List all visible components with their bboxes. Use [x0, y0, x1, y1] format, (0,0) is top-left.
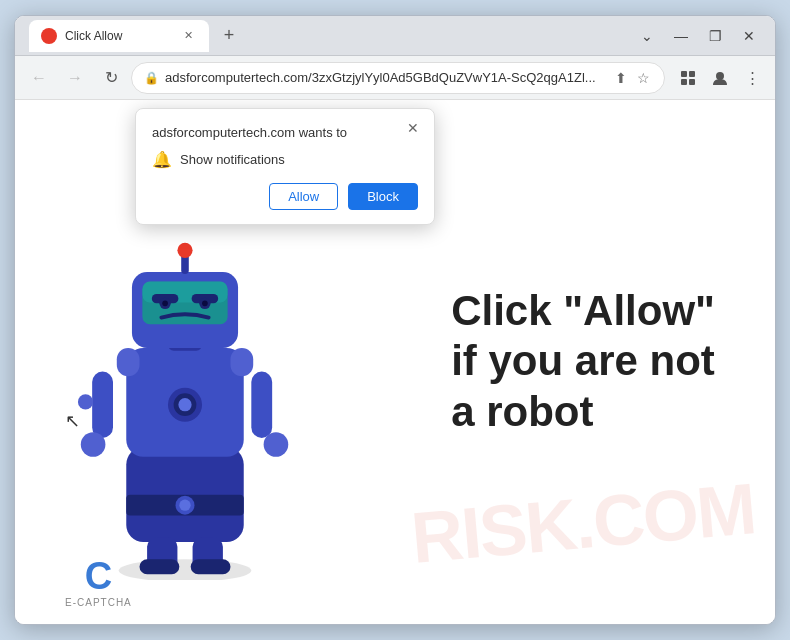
svg-rect-11	[126, 447, 243, 542]
main-message: Click "Allow" if you are not a robot	[451, 286, 715, 437]
forward-button[interactable]: →	[59, 62, 91, 94]
popup-row-text: Show notifications	[180, 152, 285, 167]
new-tab-button[interactable]: +	[213, 20, 245, 52]
allow-button[interactable]: Allow	[269, 183, 338, 210]
svg-rect-1	[689, 71, 695, 77]
svg-point-32	[177, 243, 192, 258]
title-bar: Click Allow ✕ + ⌄ — ❐ ✕	[15, 16, 775, 56]
url-bar[interactable]: 🔒 adsforcomputertech.com/3zxGtzjylYyl0Ad…	[131, 62, 665, 94]
active-tab[interactable]: Click Allow ✕	[29, 20, 209, 52]
svg-rect-8	[251, 372, 272, 438]
ecaptcha-logo: C E-CAPTCHA	[65, 557, 132, 608]
notification-popup: ✕ adsforcomputertech.com wants to 🔔 Show…	[135, 108, 435, 225]
settings-icon[interactable]: ⌄	[631, 20, 663, 52]
popup-header-text: adsforcomputertech.com wants to	[152, 125, 418, 140]
svg-rect-19	[117, 348, 140, 376]
bell-icon: 🔔	[152, 150, 172, 169]
ecaptcha-label: E-CAPTCHA	[65, 597, 132, 608]
popup-close-button[interactable]: ✕	[402, 117, 424, 139]
lock-icon: 🔒	[144, 71, 159, 85]
svg-rect-36	[191, 559, 231, 574]
svg-point-7	[81, 432, 106, 457]
svg-point-18	[178, 398, 191, 411]
ecaptcha-c-icon: C	[85, 557, 112, 595]
title-bar-controls: ⌄ — ❐ ✕	[631, 20, 765, 52]
toolbar-right: ⋮	[673, 63, 767, 93]
svg-rect-6	[92, 372, 113, 438]
watermark: RISK.COM	[408, 467, 758, 579]
menu-icon[interactable]: ⋮	[737, 63, 767, 93]
minimize-button[interactable]: —	[665, 20, 697, 52]
svg-point-10	[78, 394, 93, 409]
svg-point-9	[264, 432, 289, 457]
close-button[interactable]: ✕	[733, 20, 765, 52]
svg-point-29	[162, 301, 168, 307]
svg-point-30	[202, 301, 208, 307]
svg-rect-2	[681, 79, 687, 85]
block-button[interactable]: Block	[348, 183, 418, 210]
url-bar-actions: ⬆ ☆	[613, 68, 652, 88]
tab-title: Click Allow	[65, 29, 171, 43]
popup-notification-row: 🔔 Show notifications	[152, 150, 418, 169]
reload-button[interactable]: ↻	[95, 62, 127, 94]
tab-close-button[interactable]: ✕	[179, 27, 197, 45]
bookmark-icon[interactable]: ☆	[635, 68, 652, 88]
tab-favicon	[41, 28, 57, 44]
main-text-line3: a robot	[451, 387, 715, 437]
tab-groups-icon[interactable]	[673, 63, 703, 93]
tabs-area: Click Allow ✕ +	[25, 20, 631, 52]
svg-rect-20	[230, 348, 253, 376]
svg-rect-3	[689, 79, 695, 85]
main-text-line1: Click "Allow"	[451, 286, 715, 336]
popup-buttons: Allow Block	[152, 183, 418, 210]
svg-rect-0	[681, 71, 687, 77]
page-content: RISK.COM	[15, 100, 775, 624]
svg-rect-35	[140, 559, 180, 574]
profile-icon[interactable]	[705, 63, 735, 93]
svg-point-14	[179, 499, 190, 510]
back-button[interactable]: ←	[23, 62, 55, 94]
address-bar: ← → ↻ 🔒 adsforcomputertech.com/3zxGtzjyl…	[15, 56, 775, 100]
maximize-button[interactable]: ❐	[699, 20, 731, 52]
svg-point-4	[716, 72, 724, 80]
share-icon[interactable]: ⬆	[613, 68, 629, 88]
main-text-line2: if you are not	[451, 337, 715, 387]
robot-illustration	[55, 220, 335, 584]
url-text: adsforcomputertech.com/3zxGtzjylYyl0Ad5G…	[165, 70, 607, 85]
browser-window: Click Allow ✕ + ⌄ — ❐ ✕ ← → ↻ 🔒 adsforco…	[14, 15, 776, 625]
svg-point-5	[119, 559, 252, 580]
close-icon: ✕	[407, 120, 419, 136]
